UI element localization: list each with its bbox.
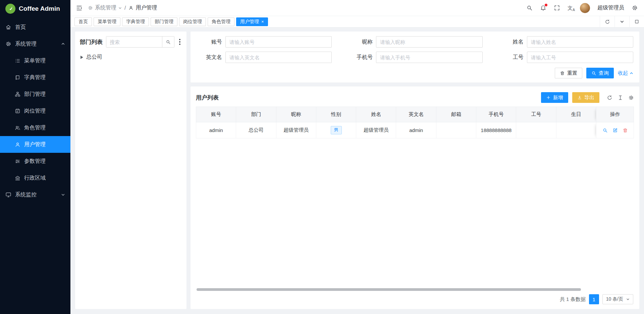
- app-title: Coffee Admin: [19, 5, 60, 12]
- add-user-button[interactable]: 新增: [541, 92, 568, 103]
- search-icon[interactable]: [526, 5, 533, 11]
- english-name-label: 英文名: [197, 54, 225, 61]
- tab-controls: [600, 16, 644, 27]
- avatar[interactable]: [580, 3, 590, 13]
- sidebar-subitem-param-mgmt[interactable]: 参数管理: [0, 153, 70, 170]
- search-form-card: 账号 昵称 姓名 英文名: [191, 32, 639, 82]
- tab-dropdown-caret-icon[interactable]: [614, 16, 629, 27]
- breadcrumb-section-label: 系统管理: [95, 4, 116, 11]
- english-name-field[interactable]: [225, 52, 332, 63]
- view-detail-icon[interactable]: [602, 128, 608, 133]
- current-user-name[interactable]: 超级管理员: [597, 4, 624, 11]
- tree-node-root[interactable]: 总公司: [80, 54, 182, 61]
- notification-bell-icon[interactable]: [540, 5, 546, 11]
- table-settings-gear-icon[interactable]: [628, 95, 634, 101]
- job-number-field[interactable]: [527, 52, 633, 63]
- form-item-name: 姓名: [498, 36, 633, 48]
- delete-icon[interactable]: [623, 128, 628, 133]
- tabbar: 首页 菜单管理 字典管理 部门管理 岗位管理 角色管理 用户管理×: [70, 16, 644, 27]
- sidebar-fold-icon[interactable]: [76, 5, 83, 11]
- tab-close-icon[interactable]: ×: [261, 19, 264, 24]
- right-column: 账号 昵称 姓名 英文名: [191, 32, 639, 309]
- reset-button[interactable]: 重置: [555, 68, 582, 78]
- tab-dict-mgmt[interactable]: 字典管理: [122, 17, 149, 26]
- chevron-up-icon: [61, 42, 65, 46]
- user-list-card: 用户列表 新增 导出: [191, 86, 639, 309]
- sidebar-subitem-post-mgmt[interactable]: 岗位管理: [0, 103, 70, 119]
- refresh-icon[interactable]: [600, 16, 614, 27]
- sidebar-subitem-dept-mgmt[interactable]: 部门管理: [0, 86, 70, 103]
- phone-field[interactable]: [376, 52, 482, 63]
- sidebar-subitem-region[interactable]: 行政区域: [0, 170, 70, 186]
- caret-down-icon: [626, 298, 630, 301]
- sidebar-item-label: 角色管理: [24, 124, 46, 131]
- department-search-input[interactable]: [106, 37, 162, 47]
- menu-list-icon: [15, 58, 20, 64]
- page-size-select[interactable]: 10 条/页: [602, 294, 633, 304]
- app-logo[interactable]: Coffee Admin: [0, 0, 70, 17]
- tab-dept-mgmt[interactable]: 部门管理: [151, 17, 177, 26]
- sidebar-item-label: 部门管理: [24, 91, 46, 98]
- sidebar-subitem-role-mgmt[interactable]: 角色管理: [0, 119, 70, 136]
- sidebar-item-label: 岗位管理: [24, 108, 46, 115]
- breadcrumb-page[interactable]: 用户管理: [128, 4, 157, 11]
- tab-list: 首页 菜单管理 字典管理 部门管理 岗位管理 角色管理 用户管理×: [74, 17, 268, 26]
- tab-menu-mgmt[interactable]: 菜单管理: [94, 17, 120, 26]
- table-row[interactable]: admin 总公司 超级管理员 男 超级管理员 admin 1888888888…: [196, 122, 634, 138]
- cell-email: [436, 122, 476, 138]
- app-window: Coffee Admin 首页 系统管理 菜单管理 字典管理: [0, 0, 644, 314]
- gear-icon: [5, 41, 11, 47]
- sidebar-item-home[interactable]: 首页: [0, 19, 70, 36]
- chevron-down-icon: [61, 193, 65, 197]
- department-panel: 部门列表 总公司: [75, 32, 186, 309]
- more-options-icon[interactable]: [178, 38, 182, 46]
- phone-label: 手机号: [347, 54, 376, 61]
- tab-home[interactable]: 首页: [74, 17, 92, 26]
- account-field[interactable]: [225, 36, 332, 48]
- department-search-button[interactable]: [162, 37, 174, 47]
- content-maximize-icon[interactable]: [629, 16, 644, 27]
- pagination-total: 共 1 条数据: [560, 296, 586, 303]
- download-icon: [577, 95, 582, 100]
- collapse-form-link[interactable]: 收起: [618, 70, 633, 76]
- sidebar-subitem-dict-mgmt[interactable]: 字典管理: [0, 69, 70, 86]
- cell-account: admin: [196, 122, 236, 138]
- sidebar-item-label: 首页: [15, 24, 26, 31]
- form-item-english-name: 英文名: [197, 52, 332, 63]
- tab-user-mgmt[interactable]: 用户管理×: [236, 17, 268, 26]
- breadcrumb: 系统管理 / 用户管理: [88, 4, 157, 11]
- search-icon: [166, 40, 171, 45]
- breadcrumb-section[interactable]: 系统管理: [88, 4, 122, 11]
- main-area: 系统管理 / 用户管理 文A 超级管理员: [70, 0, 644, 314]
- translate-icon[interactable]: 文A: [568, 5, 573, 10]
- refresh-icon[interactable]: [607, 95, 612, 101]
- scrollbar-thumb[interactable]: [197, 288, 581, 291]
- sidebar-item-label: 用户管理: [24, 141, 46, 148]
- chevron-up-icon: [630, 71, 633, 75]
- notification-dot: [545, 4, 547, 6]
- form-item-account: 账号: [197, 36, 332, 48]
- breadcrumb-separator: /: [124, 5, 126, 11]
- tree-caret-icon[interactable]: [80, 56, 83, 59]
- sidebar-item-system-monitor[interactable]: 系统监控: [0, 186, 70, 203]
- reset-trash-icon: [560, 71, 565, 76]
- fullscreen-icon[interactable]: [554, 5, 560, 11]
- row-height-icon[interactable]: [618, 95, 623, 101]
- sidebar-item-system-mgmt[interactable]: 系统管理: [0, 36, 70, 52]
- parameter-sliders-icon: [15, 159, 20, 164]
- sidebar-subitem-user-mgmt[interactable]: 用户管理: [0, 136, 70, 153]
- name-field[interactable]: [527, 36, 633, 48]
- job-number-label: 工号: [498, 54, 527, 61]
- form-item-phone: 手机号: [347, 52, 482, 63]
- query-button[interactable]: 查询: [586, 68, 614, 78]
- nickname-field[interactable]: [376, 36, 482, 48]
- edit-icon[interactable]: [612, 128, 618, 133]
- tab-role-mgmt[interactable]: 角色管理: [208, 17, 234, 26]
- pagination-page-1[interactable]: 1: [589, 294, 599, 304]
- column-header-birthday: 生日: [556, 107, 596, 122]
- export-button[interactable]: 导出: [572, 92, 599, 103]
- horizontal-scrollbar[interactable]: [197, 288, 633, 291]
- sidebar-subitem-menu-mgmt[interactable]: 菜单管理: [0, 52, 70, 69]
- tab-post-mgmt[interactable]: 岗位管理: [179, 17, 206, 26]
- settings-gear-icon[interactable]: [632, 5, 638, 11]
